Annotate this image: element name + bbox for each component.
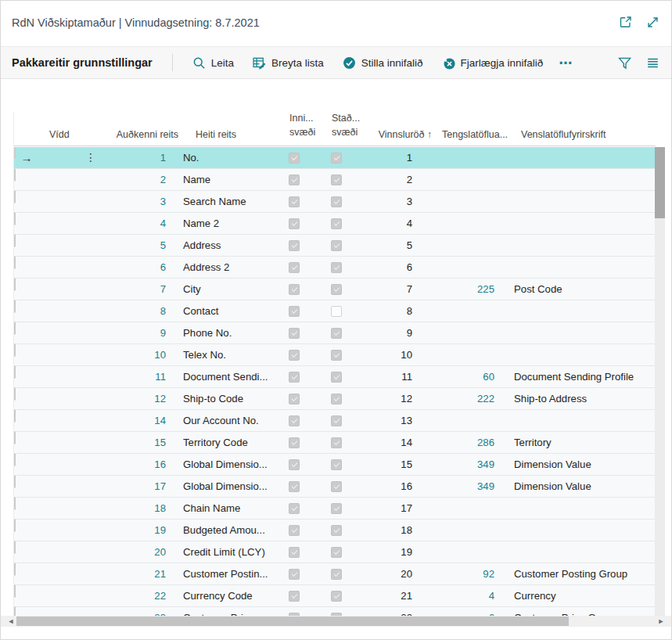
processing-order[interactable]: 1 bbox=[350, 147, 412, 168]
processing-order[interactable]: 11 bbox=[350, 366, 412, 387]
field-name[interactable]: Phone No. bbox=[183, 322, 282, 343]
vidd-checkbox[interactable] bbox=[14, 365, 16, 379]
column-header-relation-table-caption[interactable]: Venslatöflufyrirskrift bbox=[521, 129, 606, 140]
scroll-left-arrow-icon[interactable]: ◄ bbox=[5, 616, 16, 627]
table-row[interactable]: → ⋮ 20 Credit Limit (LCY) 19 bbox=[14, 541, 656, 563]
field-id-link[interactable]: 4 bbox=[103, 213, 166, 234]
field-name[interactable]: Document Sendi... bbox=[183, 366, 282, 387]
table-row[interactable]: → ⋮ 12 Ship-to Code 12 222 Ship-to Addre… bbox=[14, 388, 656, 410]
processing-order[interactable]: 21 bbox=[350, 585, 412, 606]
field-id-link[interactable]: 15 bbox=[103, 432, 166, 453]
processing-order[interactable]: 9 bbox=[350, 322, 412, 343]
relation-table-caption[interactable] bbox=[514, 410, 653, 431]
field-name[interactable]: Credit Limit (LCY) bbox=[183, 541, 282, 563]
open-in-new-window-icon[interactable] bbox=[618, 15, 633, 30]
table-row[interactable]: → ⋮ 15 Territory Code 14 286 Territory bbox=[14, 432, 656, 454]
choose-columns-icon[interactable] bbox=[645, 56, 660, 70]
relation-table-caption[interactable]: Post Code bbox=[514, 279, 653, 300]
field-id-link[interactable]: 21 bbox=[103, 563, 166, 584]
field-id-link[interactable]: 16 bbox=[103, 454, 166, 475]
column-header-processing-order[interactable]: Vinnsluröð ↑ bbox=[352, 129, 432, 140]
column-header-field-id[interactable]: Auðkenni reits bbox=[100, 129, 178, 140]
processing-order[interactable]: 6 bbox=[350, 257, 412, 278]
field-id-link[interactable]: 2 bbox=[103, 169, 166, 190]
horizontal-scrollbar[interactable]: ◄ ► bbox=[1, 616, 672, 627]
relation-table-id-link[interactable]: 349 bbox=[432, 454, 494, 475]
processing-order[interactable]: 13 bbox=[350, 410, 412, 431]
table-row[interactable]: → ⋮ 4 Name 2 4 bbox=[14, 213, 656, 235]
field-id-link[interactable]: 10 bbox=[103, 344, 166, 365]
relation-table-id-link[interactable] bbox=[432, 257, 494, 278]
vidd-checkbox[interactable] bbox=[14, 147, 16, 160]
relation-table-id-link[interactable] bbox=[432, 410, 494, 431]
relation-table-id-link[interactable]: 349 bbox=[432, 476, 494, 497]
vidd-checkbox[interactable] bbox=[14, 190, 16, 203]
field-name[interactable]: Search Name bbox=[183, 191, 282, 212]
field-name[interactable]: Our Account No. bbox=[183, 410, 282, 431]
relation-table-id-link[interactable]: 225 bbox=[432, 279, 494, 300]
relation-table-id-link[interactable] bbox=[432, 213, 494, 234]
field-name[interactable]: Name 2 bbox=[183, 213, 282, 234]
search-button[interactable]: Leita bbox=[192, 56, 234, 70]
table-row[interactable]: → ⋮ 7 City 7 225 Post Code bbox=[14, 279, 656, 300]
more-options-button[interactable]: ⋯ bbox=[559, 56, 573, 70]
field-id-link[interactable]: 8 bbox=[103, 300, 166, 322]
processing-order[interactable]: 10 bbox=[350, 344, 412, 365]
table-row[interactable]: → ⋮ 17 Global Dimensio... 16 349 Dimensi… bbox=[14, 476, 656, 498]
expand-fullscreen-icon[interactable] bbox=[645, 15, 660, 30]
processing-order[interactable]: 17 bbox=[350, 498, 412, 519]
field-name[interactable]: Contact bbox=[183, 300, 282, 322]
relation-table-caption[interactable]: Territory bbox=[514, 432, 653, 453]
table-row[interactable]: → ⋮ 10 Telex No. 10 bbox=[14, 344, 656, 366]
row-menu-icon[interactable]: ⋮ bbox=[83, 147, 99, 168]
relation-table-id-link[interactable]: 92 bbox=[432, 563, 494, 584]
vidd-checkbox[interactable] bbox=[14, 541, 16, 554]
field-name[interactable]: Address bbox=[183, 235, 282, 256]
table-row[interactable]: → ⋮ 2 Name 2 bbox=[14, 169, 656, 191]
relation-table-caption[interactable]: Dimension Value bbox=[514, 476, 653, 497]
table-row[interactable]: → ⋮ 8 Contact 8 bbox=[14, 300, 656, 322]
field-name[interactable]: Budgeted Amou... bbox=[183, 520, 282, 541]
field-id-link[interactable]: 5 bbox=[103, 235, 166, 256]
relation-table-id-link[interactable] bbox=[432, 191, 494, 212]
processing-order[interactable]: 5 bbox=[350, 235, 412, 256]
field-id-link[interactable]: 20 bbox=[103, 541, 166, 563]
vidd-checkbox[interactable] bbox=[14, 212, 16, 225]
relation-table-id-link[interactable] bbox=[432, 169, 494, 190]
field-id-link[interactable]: 18 bbox=[103, 498, 166, 519]
relation-table-id-link[interactable]: 4 bbox=[432, 585, 494, 606]
field-name[interactable]: Chain Name bbox=[183, 498, 282, 519]
vidd-checkbox[interactable] bbox=[14, 387, 16, 401]
vidd-checkbox[interactable] bbox=[14, 343, 16, 357]
relation-table-id-link[interactable] bbox=[432, 344, 494, 365]
relation-table-caption[interactable] bbox=[514, 498, 653, 519]
vidd-checkbox[interactable] bbox=[14, 256, 16, 269]
relation-table-id-link[interactable]: 60 bbox=[432, 366, 494, 387]
processing-order[interactable]: 18 bbox=[350, 520, 412, 541]
field-id-link[interactable]: 7 bbox=[103, 279, 166, 300]
field-id-link[interactable]: 3 bbox=[103, 191, 166, 212]
processing-order[interactable]: 16 bbox=[350, 476, 412, 497]
relation-table-id-link[interactable]: 286 bbox=[432, 432, 494, 453]
table-row[interactable]: → ⋮ 6 Address 2 6 bbox=[14, 257, 656, 279]
field-name[interactable]: Name bbox=[183, 169, 282, 190]
remove-included-button[interactable]: Fjarlægja innifalið bbox=[442, 56, 544, 70]
relation-table-caption[interactable] bbox=[514, 541, 653, 563]
relation-table-caption[interactable] bbox=[514, 322, 653, 343]
table-row[interactable]: → ⋮ 16 Global Dimensio... 15 349 Dimensi… bbox=[14, 454, 656, 476]
relation-table-id-link[interactable]: 222 bbox=[432, 388, 494, 409]
processing-order[interactable]: 4 bbox=[350, 213, 412, 234]
relation-table-caption[interactable]: Document Sending Profile bbox=[514, 366, 653, 387]
table-row[interactable]: → ⋮ 1 No. 1 bbox=[14, 147, 656, 169]
field-name[interactable]: Global Dimensio... bbox=[183, 454, 282, 475]
relation-table-id-link[interactable] bbox=[432, 322, 494, 343]
filter-icon[interactable] bbox=[617, 56, 632, 70]
vidd-checkbox[interactable] bbox=[14, 519, 16, 532]
column-header-include-field[interactable]: Inni... svæði bbox=[289, 111, 315, 141]
table-row[interactable]: → ⋮ 9 Phone No. 9 bbox=[14, 322, 656, 344]
vidd-checkbox[interactable] bbox=[14, 409, 16, 422]
vertical-scrollbar-thumb[interactable] bbox=[655, 147, 665, 218]
relation-table-id-link[interactable] bbox=[432, 147, 494, 168]
relation-table-caption[interactable] bbox=[514, 147, 653, 168]
relation-table-id-link[interactable] bbox=[432, 235, 494, 256]
